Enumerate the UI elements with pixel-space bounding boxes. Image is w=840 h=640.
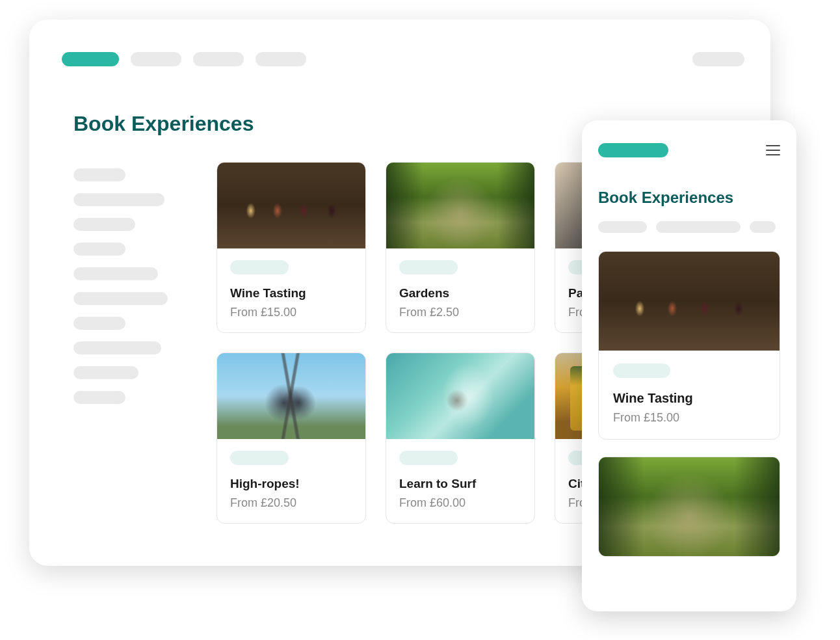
logo-placeholder[interactable] xyxy=(62,52,119,66)
nav-left xyxy=(62,52,306,66)
experience-card-learn-to-surf[interactable]: Learn to Surf From £60.00 xyxy=(386,353,535,524)
sidebar-filter-placeholder[interactable] xyxy=(73,341,161,354)
sidebar-filters xyxy=(73,162,190,524)
card-body: Wine Tasting From £15.00 xyxy=(599,351,780,439)
sidebar-filter-placeholder[interactable] xyxy=(73,292,168,305)
card-title: High-ropes! xyxy=(230,477,352,491)
sidebar-filter-placeholder[interactable] xyxy=(73,267,158,280)
card-image xyxy=(217,353,365,439)
sidebar-filter-placeholder[interactable] xyxy=(73,391,125,404)
sidebar-filter-placeholder[interactable] xyxy=(73,168,125,181)
card-body: Gardens From £2.50 xyxy=(386,248,534,332)
experience-card-wine-tasting[interactable]: Wine Tasting From £15.00 xyxy=(217,162,366,333)
mobile-filter-row xyxy=(598,221,780,233)
card-image xyxy=(217,163,365,248)
mobile-filter-placeholder[interactable] xyxy=(656,221,741,233)
sidebar-filter-placeholder[interactable] xyxy=(73,243,125,256)
desktop-header xyxy=(62,52,744,66)
experience-card-gardens[interactable]: Gardens From £2.50 xyxy=(386,162,535,333)
sidebar-filter-placeholder[interactable] xyxy=(73,317,125,330)
card-image xyxy=(599,457,780,556)
card-tag-placeholder xyxy=(399,451,458,465)
mobile-experience-card-gardens[interactable] xyxy=(598,457,780,557)
card-price: From £20.50 xyxy=(230,496,352,510)
mobile-page-title: Book Experiences xyxy=(598,189,780,207)
nav-item-placeholder[interactable] xyxy=(131,52,181,66)
card-body: Wine Tasting From £15.00 xyxy=(217,248,365,332)
card-tag-placeholder xyxy=(399,260,458,274)
card-tag-placeholder xyxy=(230,260,289,274)
mobile-filter-placeholder[interactable] xyxy=(750,221,776,233)
card-title: Gardens xyxy=(399,286,521,300)
nav-item-placeholder[interactable] xyxy=(193,52,244,66)
card-tag-placeholder xyxy=(613,364,670,378)
card-price: From £2.50 xyxy=(399,306,521,319)
card-tag-placeholder xyxy=(230,451,289,465)
nav-right-placeholder[interactable] xyxy=(692,52,744,66)
mobile-experience-card-wine-tasting[interactable]: Wine Tasting From £15.00 xyxy=(598,251,780,440)
mobile-logo-placeholder[interactable] xyxy=(598,143,668,157)
sidebar-filter-placeholder[interactable] xyxy=(73,366,138,379)
card-price: From £60.00 xyxy=(399,496,521,510)
card-price: From £15.00 xyxy=(230,306,352,319)
card-title: Wine Tasting xyxy=(230,286,352,300)
hamburger-menu-icon[interactable] xyxy=(766,145,780,155)
card-image xyxy=(599,252,780,351)
experience-card-high-ropes[interactable]: High-ropes! From £20.50 xyxy=(217,353,366,524)
mobile-filter-placeholder[interactable] xyxy=(598,221,647,233)
card-title: Learn to Surf xyxy=(399,477,521,491)
card-price: From £15.00 xyxy=(613,411,765,425)
card-body: Learn to Surf From £60.00 xyxy=(386,439,534,523)
mobile-header xyxy=(598,143,780,157)
sidebar-filter-placeholder[interactable] xyxy=(73,193,164,206)
nav-item-placeholder[interactable] xyxy=(256,52,306,66)
card-body: High-ropes! From £20.50 xyxy=(217,439,365,523)
card-image xyxy=(386,353,534,439)
card-title: Wine Tasting xyxy=(613,391,765,406)
card-image xyxy=(386,163,534,248)
mobile-viewport: Book Experiences Wine Tasting From £15.0… xyxy=(582,120,796,611)
sidebar-filter-placeholder[interactable] xyxy=(73,218,135,231)
